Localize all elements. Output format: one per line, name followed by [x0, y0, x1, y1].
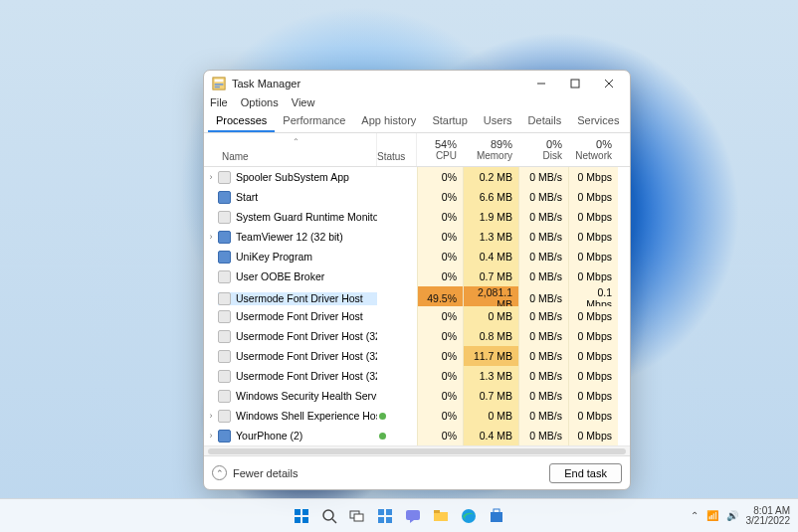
col-disk[interactable]: 0%Disk	[518, 138, 568, 161]
network-cell: 0 Mbps	[568, 386, 618, 406]
svg-rect-20	[406, 510, 420, 520]
start-button[interactable]	[292, 506, 311, 526]
tab-users[interactable]: Users	[476, 111, 520, 132]
explorer-icon[interactable]	[431, 506, 451, 526]
memory-cell: 0 MB	[463, 306, 518, 326]
cpu-cell: 0%	[417, 386, 463, 406]
menu-view[interactable]: View	[292, 96, 315, 108]
process-name: Usermode Font Driver Host (32 bit)	[218, 330, 377, 343]
expand-icon[interactable]: ›	[204, 172, 218, 182]
chat-icon[interactable]	[403, 506, 423, 526]
disk-cell: 0 MB/s	[518, 346, 568, 366]
col-network[interactable]: 0%Network	[568, 138, 618, 161]
system-tray[interactable]: ⌃ 📶 🔊 8:01 AM 3/21/2022	[691, 506, 791, 526]
network-cell: 0 Mbps	[568, 406, 618, 426]
disk-cell: 0 MB/s	[518, 207, 568, 227]
table-row[interactable]: Usermode Font Driver Host49.5%2,081.1 MB…	[204, 286, 630, 306]
disk-cell: 0 MB/s	[518, 366, 568, 386]
process-icon	[218, 370, 231, 383]
table-row[interactable]: ›Spooler SubSystem App0%0.2 MB0 MB/s0 Mb…	[204, 167, 630, 187]
end-task-button[interactable]: End task	[549, 463, 622, 483]
tab-performance[interactable]: Performance	[275, 111, 353, 132]
process-icon	[218, 191, 231, 204]
network-cell: 0 Mbps	[568, 266, 618, 286]
status-dot-icon	[379, 433, 386, 440]
cpu-cell: 0%	[417, 227, 463, 247]
svg-line-13	[332, 519, 336, 523]
col-memory[interactable]: 89%Memory	[463, 138, 518, 161]
minimize-button[interactable]	[524, 72, 558, 95]
cpu-cell: 0%	[417, 187, 463, 207]
tab-details[interactable]: Details	[520, 111, 570, 132]
maximize-button[interactable]	[558, 72, 592, 95]
process-icon	[218, 330, 231, 343]
process-name: Usermode Font Driver Host	[218, 292, 377, 305]
process-grid: ⌃ Name Status 54%CPU 89%Memory 0%Disk 0%…	[204, 133, 630, 455]
taskbar[interactable]: ⌃ 📶 🔊 8:01 AM 3/21/2022	[0, 498, 798, 532]
svg-rect-9	[302, 509, 308, 515]
table-row[interactable]: ›YourPhone (2)0%0.4 MB0 MB/s0 Mbps	[204, 426, 630, 445]
cpu-cell: 0%	[417, 207, 463, 227]
svg-rect-11	[302, 517, 308, 523]
tab-startup[interactable]: Startup	[424, 111, 475, 132]
column-headers[interactable]: ⌃ Name Status 54%CPU 89%Memory 0%Disk 0%…	[204, 133, 630, 167]
clock[interactable]: 8:01 AM 3/21/2022	[746, 506, 791, 526]
close-button[interactable]	[592, 72, 626, 95]
table-row[interactable]: User OOBE Broker0%0.7 MB0 MB/s0 Mbps	[204, 266, 630, 286]
tab-services[interactable]: Services	[569, 111, 627, 132]
task-view-icon[interactable]	[347, 506, 367, 526]
network-cell: 0 Mbps	[568, 326, 618, 346]
expand-icon[interactable]: ›	[204, 411, 218, 421]
svg-rect-2	[215, 84, 224, 86]
memory-cell: 0.4 MB	[463, 247, 518, 266]
horizontal-scrollbar[interactable]	[204, 445, 630, 455]
table-row[interactable]: ›Windows Shell Experience Host0%0 MB0 MB…	[204, 406, 630, 426]
process-name: YourPhone (2)	[218, 430, 377, 443]
table-row[interactable]: Usermode Font Driver Host (32 bit)0%11.7…	[204, 346, 630, 366]
svg-rect-15	[354, 514, 363, 521]
memory-cell: 0 MB	[463, 406, 518, 426]
disk-cell: 0 MB/s	[518, 426, 568, 445]
search-icon[interactable]	[319, 506, 339, 526]
fewer-details-button[interactable]: ⌃ Fewer details	[212, 465, 298, 480]
svg-rect-5	[571, 80, 579, 88]
store-icon[interactable]	[487, 506, 506, 526]
table-row[interactable]: System Guard Runtime Monitor Br…0%1.9 MB…	[204, 207, 630, 227]
cpu-cell: 0%	[417, 167, 463, 187]
tray-network-icon[interactable]: 📶	[706, 510, 718, 521]
tab-app-history[interactable]: App history	[353, 111, 424, 132]
table-row[interactable]: Windows Security Health Service0%0.7 MB0…	[204, 386, 630, 406]
table-row[interactable]: Usermode Font Driver Host0%0 MB0 MB/s0 M…	[204, 306, 630, 326]
menu-file[interactable]: File	[210, 96, 228, 108]
cpu-cell: 0%	[417, 426, 463, 445]
network-cell: 0 Mbps	[568, 366, 618, 386]
disk-cell: 0 MB/s	[518, 167, 568, 187]
table-row[interactable]: Start0%6.6 MB0 MB/s0 Mbps	[204, 187, 630, 207]
edge-icon[interactable]	[459, 506, 479, 526]
svg-rect-3	[215, 87, 220, 89]
table-row[interactable]: UniKey Program0%0.4 MB0 MB/s0 Mbps	[204, 247, 630, 266]
widgets-icon[interactable]	[375, 506, 395, 526]
process-icon	[218, 211, 231, 224]
tray-volume-icon[interactable]: 🔊	[726, 510, 738, 521]
task-manager-window: Task Manager File Options View Processes…	[203, 70, 631, 490]
memory-cell: 0.4 MB	[463, 426, 518, 445]
expand-icon[interactable]: ›	[204, 431, 218, 441]
process-icon	[218, 350, 231, 363]
col-cpu[interactable]: 54%CPU	[417, 138, 463, 161]
table-row[interactable]: Usermode Font Driver Host (32 bit)0%1.3 …	[204, 366, 630, 386]
expand-icon[interactable]: ›	[204, 232, 218, 242]
svg-rect-10	[295, 517, 300, 523]
tab-processes[interactable]: Processes	[208, 111, 275, 132]
memory-cell: 1.3 MB	[463, 366, 518, 386]
tray-chevron-icon[interactable]: ⌃	[691, 510, 698, 521]
network-cell: 0 Mbps	[568, 227, 618, 247]
memory-cell: 0.7 MB	[463, 266, 518, 286]
titlebar[interactable]: Task Manager	[204, 71, 630, 96]
table-row[interactable]: ›TeamViewer 12 (32 bit)0%1.3 MB0 MB/s0 M…	[204, 227, 630, 247]
menu-options[interactable]: Options	[241, 96, 279, 108]
table-row[interactable]: Usermode Font Driver Host (32 bit)0%0.8 …	[204, 326, 630, 346]
process-name: Usermode Font Driver Host	[218, 310, 377, 323]
process-icon	[218, 390, 231, 403]
disk-cell: 0 MB/s	[518, 386, 568, 406]
